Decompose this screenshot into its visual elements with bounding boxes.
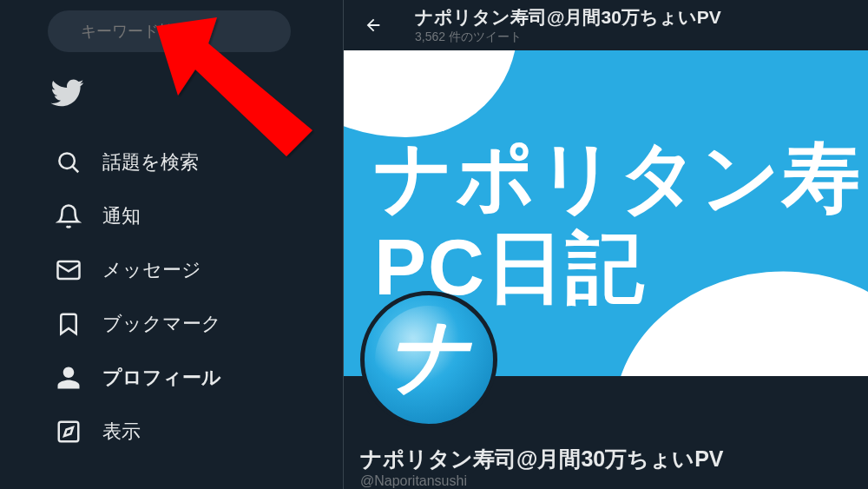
nav-notifications[interactable]: 通知: [43, 193, 233, 240]
nav-messages[interactable]: メッセージ: [43, 247, 233, 294]
search-input[interactable]: [81, 23, 282, 41]
search-icon: [56, 149, 82, 175]
profile-avatar[interactable]: ナ: [360, 291, 497, 428]
nav-explore[interactable]: 話題を検索: [43, 139, 233, 186]
profile-display-name: ナポリタン寿司@月間30万ちょいPV: [360, 445, 724, 473]
profile-handle: @Naporitansushi: [360, 473, 467, 489]
nav-display[interactable]: 表示: [43, 408, 233, 455]
bird-icon: [49, 76, 84, 110]
back-button[interactable]: [358, 10, 389, 41]
cover-title: ナポリタン寿 PC日記: [374, 133, 862, 313]
envelope-icon: [56, 257, 82, 283]
nav-label: 通知: [102, 203, 141, 229]
svg-line-1: [72, 166, 78, 172]
nav-label: プロフィール: [102, 365, 221, 391]
primary-nav: 話題を検索 通知 メッセージ ブックマーク プロフィール 表示: [43, 139, 233, 455]
profile-header: ナポリタン寿司@月間30万ちょいPV 3,562 件のツイート: [344, 0, 868, 50]
nav-label: 話題を検索: [102, 149, 199, 175]
svg-point-0: [59, 153, 75, 169]
person-icon: [56, 365, 82, 391]
nav-label: メッセージ: [102, 257, 201, 283]
bell-icon: [56, 203, 82, 229]
search-bar[interactable]: [48, 10, 291, 52]
sidebar: 話題を検索 通知 メッセージ ブックマーク プロフィール 表示: [0, 0, 343, 489]
nav-profile[interactable]: プロフィール: [43, 354, 233, 401]
bookmark-icon: [56, 311, 82, 337]
arrow-left-icon: [364, 16, 383, 35]
nav-bookmarks[interactable]: ブックマーク: [43, 301, 233, 347]
avatar-letter: ナ: [388, 302, 470, 410]
nav-label: 表示: [102, 419, 141, 445]
svg-rect-3: [59, 422, 79, 442]
twitter-logo[interactable]: [48, 74, 86, 112]
header-text: ナポリタン寿司@月間30万ちょいPV 3,562 件のツイート: [415, 5, 721, 45]
header-subtitle: 3,562 件のツイート: [415, 30, 721, 45]
cover-decor: [344, 50, 517, 137]
header-title: ナポリタン寿司@月間30万ちょいPV: [415, 5, 721, 30]
nav-label: ブックマーク: [102, 311, 221, 337]
pencil-square-icon: [56, 419, 82, 445]
